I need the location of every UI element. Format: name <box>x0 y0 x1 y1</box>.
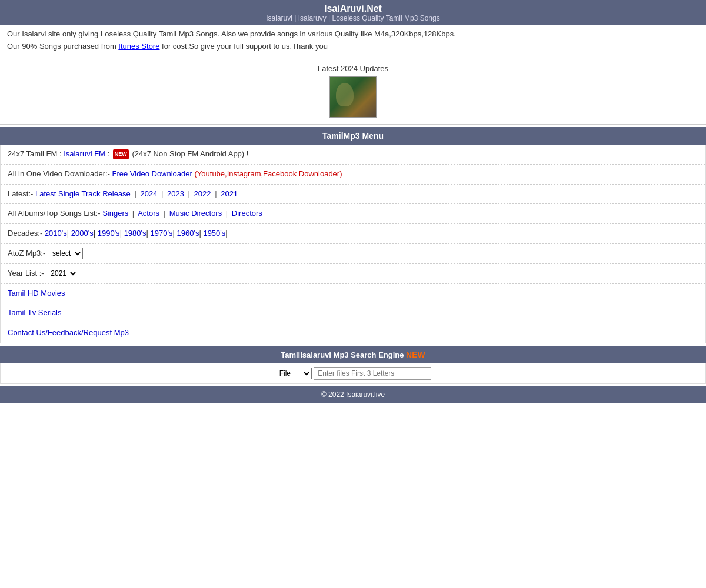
singers-link[interactable]: Singers <box>102 209 128 218</box>
footer-bar: © 2022 Isaiaruvi.live <box>0 386 706 403</box>
tv-serials-row: Tamil Tv Serials <box>1 303 705 323</box>
album-thumbnail <box>329 76 377 118</box>
site-title: IsaiAruvi.Net <box>0 4 706 14</box>
fm-suffix: (24x7 Non Stop FM Android App) ! <box>132 149 248 158</box>
atoz-select[interactable]: select ABCD EFGH IJKL MNOP QRST UVWX YZ <box>48 248 83 259</box>
footer-text: © 2022 Isaiaruvi.live <box>321 390 385 399</box>
year-select[interactable]: 2021 2022 2023 2024 2020 2019 2018 2017 <box>46 268 78 279</box>
year-prefix: Year List :- <box>8 269 46 278</box>
decade-2000s-link[interactable]: 2000's <box>71 229 94 238</box>
atoz-prefix: AtoZ Mp3:- <box>8 249 48 258</box>
search-header-text: TamilIsaiaruvi Mp3 Search Engine <box>281 350 404 359</box>
contact-row: Contact Us/Feedback/Request Mp3 <box>1 323 705 343</box>
pipe6: | <box>164 209 165 218</box>
new-badge: NEW <box>113 149 129 159</box>
updates-section: Latest 2024 Updates <box>0 59 706 125</box>
menu-section: 24x7 Tamil FM : Isaiaruvi FM : NEW (24x7… <box>0 145 706 343</box>
tamil-tv-serials-link[interactable]: Tamil Tv Serials <box>8 308 62 317</box>
actors-link[interactable]: Actors <box>138 209 159 218</box>
music-directors-link[interactable]: Music Directors <box>169 209 222 218</box>
dec-sep4: | <box>146 229 148 238</box>
pipe2: | <box>161 189 163 198</box>
year-row: Year List :- 2021 2022 2023 2024 2020 20… <box>1 264 705 284</box>
menu-header: TamilMp3 Menu <box>0 127 706 145</box>
platforms-link[interactable]: (Youtube,Instagram,Facebook Downloader) <box>195 169 342 178</box>
dec-sep2: | <box>94 229 95 238</box>
year-2021-link[interactable]: 2021 <box>221 189 238 198</box>
decade-1970s-link[interactable]: 1970's <box>151 229 173 238</box>
decade-1960s-link[interactable]: 1960's <box>176 229 199 238</box>
decade-1950s-link[interactable]: 1950's <box>203 229 225 238</box>
hd-movies-row: Tamil HD Movies <box>1 284 705 304</box>
search-bar-header: TamilIsaiaruvi Mp3 Search Engine NEW <box>0 346 706 363</box>
decade-2010s-link[interactable]: 2010's <box>45 229 67 238</box>
tamil-hd-movies-link[interactable]: Tamil HD Movies <box>8 289 65 298</box>
contact-link[interactable]: Contact Us/Feedback/Request Mp3 <box>8 328 129 337</box>
atoz-row: AtoZ Mp3:- select ABCD EFGH IJKL MNOP QR… <box>1 244 705 264</box>
albums-prefix: All Albums/Top Songs List:- <box>8 209 102 218</box>
fm-prefix: 24x7 Tamil FM : <box>8 149 64 158</box>
info-section: Our Isaiarvi site only giving Loseless Q… <box>0 25 706 59</box>
downloader-prefix: All in One Video Downloader:- <box>8 169 112 178</box>
dec-sep6: | <box>199 229 201 238</box>
latest-prefix: Latest:- <box>8 189 35 198</box>
downloader-row: All in One Video Downloader:- Free Video… <box>1 165 705 185</box>
year-2023-link[interactable]: 2023 <box>167 189 184 198</box>
pipe1: | <box>134 189 136 198</box>
fm-row: 24x7 Tamil FM : Isaiaruvi FM : NEW (24x7… <box>1 145 705 165</box>
updates-title: Latest 2024 Updates <box>7 64 699 73</box>
info-line2: Our 90% Songs purchased from Itunes Stor… <box>7 42 699 51</box>
decades-row: Decades:- 2010's| 2000's| 1990's| 1980's… <box>1 224 705 244</box>
dec-sep5: | <box>172 229 174 238</box>
fm-link[interactable]: Isaiaruvi FM <box>64 149 105 158</box>
pipe7: | <box>226 209 228 218</box>
site-subtitle: Isaiaruvi | Isaiaruvy | Loseless Quality… <box>0 14 706 22</box>
dec-sep3: | <box>120 229 122 238</box>
decades-prefix: Decades:- <box>8 229 45 238</box>
latest-single-track-link[interactable]: Latest Single Track Release <box>35 189 131 198</box>
decade-1980s-link[interactable]: 1980's <box>124 229 146 238</box>
header-bar: IsaiAruvi.Net Isaiaruvi | Isaiaruvy | Lo… <box>0 0 706 25</box>
search-row: File Artist Album Song <box>0 363 706 384</box>
dec-sep1: | <box>67 229 69 238</box>
pipe4: | <box>215 189 217 198</box>
decade-1990s-link[interactable]: 1990's <box>98 229 120 238</box>
free-video-downloader-link[interactable]: Free Video Downloader <box>112 169 192 178</box>
itunes-link[interactable]: Itunes Store <box>118 42 159 51</box>
year-2022-link[interactable]: 2022 <box>194 189 211 198</box>
directors-link[interactable]: Directors <box>232 209 262 218</box>
search-new-badge: NEW <box>406 350 425 359</box>
dec-sep7: | <box>225 229 227 238</box>
info-line1: Our Isaiarvi site only giving Loseless Q… <box>7 29 699 38</box>
fm-separator: : <box>108 149 112 158</box>
pipe3: | <box>188 189 190 198</box>
search-input[interactable] <box>314 367 431 380</box>
year-2024-link[interactable]: 2024 <box>140 189 157 198</box>
latest-row: Latest:- Latest Single Track Release | 2… <box>1 185 705 205</box>
pipe5: | <box>132 209 134 218</box>
search-type-select[interactable]: File Artist Album Song <box>275 368 312 379</box>
albums-row: All Albums/Top Songs List:- Singers | Ac… <box>1 204 705 224</box>
